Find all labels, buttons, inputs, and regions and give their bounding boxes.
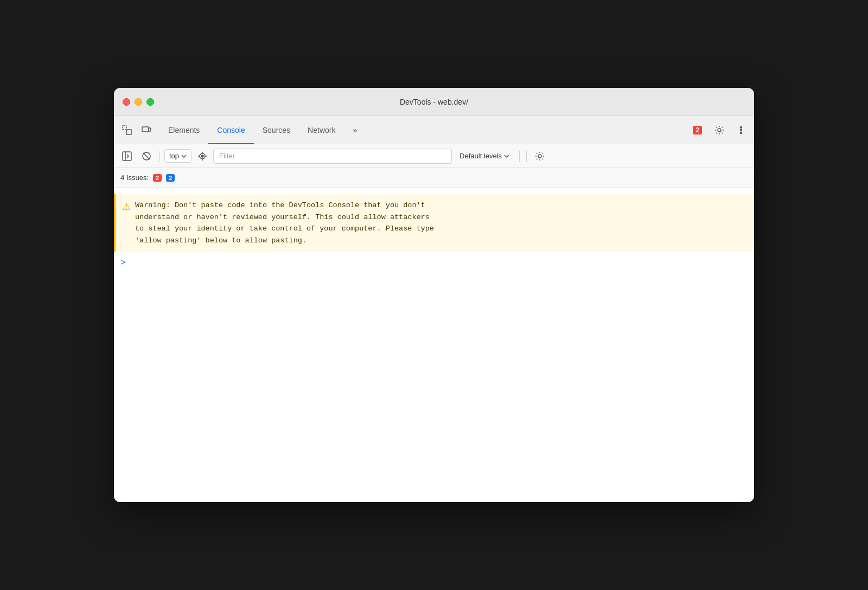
console-prompt[interactable]: > (114, 254, 754, 272)
warn-icon: 2 (153, 174, 162, 182)
svg-point-17 (538, 155, 541, 158)
divider-2 (519, 151, 520, 162)
tab-more[interactable]: » (344, 117, 366, 144)
devtools-window: DevTools - web.dev/ Elements (114, 88, 754, 502)
issues-badge[interactable]: 2 (688, 124, 706, 137)
tab-elements[interactable]: Elements (159, 117, 208, 144)
traffic-lights (123, 98, 154, 106)
window-title: DevTools - web.dev/ (400, 98, 468, 106)
default-levels-arrow-icon (504, 155, 509, 158)
live-expressions-button[interactable] (194, 148, 211, 165)
warning-message: ⚠ Warning: Don't paste code into the Dev… (114, 194, 754, 252)
issues-label: 4 Issues: (120, 174, 149, 182)
sidebar-toggle-button[interactable] (118, 148, 136, 165)
minimize-button[interactable] (135, 98, 142, 106)
filter-input[interactable] (213, 149, 452, 164)
svg-line-10 (143, 153, 150, 159)
console-settings-button[interactable] (531, 148, 548, 165)
device-toggle-icon[interactable] (138, 121, 155, 139)
inspect-element-icon[interactable] (118, 121, 136, 139)
svg-rect-0 (123, 126, 126, 130)
svg-rect-1 (142, 127, 149, 132)
warning-text: Warning: Don't paste code into the DevTo… (135, 200, 434, 246)
console-toolbar: top Default levels (114, 144, 754, 168)
svg-rect-7 (123, 152, 131, 161)
warn-count-badge[interactable]: 2 (153, 174, 162, 182)
info-count-badge[interactable]: 2 (166, 174, 175, 182)
svg-point-5 (741, 129, 742, 131)
default-levels-selector[interactable]: Default levels (454, 150, 515, 162)
dropdown-arrow-icon (181, 155, 187, 158)
more-options-icon[interactable] (732, 121, 750, 139)
divider-1 (159, 151, 160, 162)
svg-point-6 (741, 132, 742, 133)
tab-console[interactable]: Console (208, 117, 253, 144)
tabs-list: Elements Console Sources Network » (159, 116, 688, 144)
settings-icon[interactable] (711, 121, 728, 139)
tab-network[interactable]: Network (299, 117, 344, 144)
console-content: ⚠ Warning: Don't paste code into the Dev… (114, 188, 754, 502)
svg-point-4 (741, 126, 742, 128)
title-bar: DevTools - web.dev/ (114, 88, 754, 116)
tab-icons (118, 116, 155, 144)
issues-bar: 4 Issues: 2 2 (114, 168, 754, 188)
warning-icon: ⚠ (122, 201, 131, 246)
issues-warn-badge: 2 (693, 126, 702, 134)
tab-sources[interactable]: Sources (254, 117, 299, 144)
info-icon: 2 (166, 174, 175, 182)
svg-rect-2 (149, 128, 151, 131)
prompt-symbol: > (120, 258, 126, 268)
svg-point-3 (718, 129, 721, 132)
top-selector[interactable]: top (164, 149, 192, 163)
close-button[interactable] (123, 98, 130, 106)
clear-console-button[interactable] (138, 148, 155, 165)
tabs-bar: Elements Console Sources Network » 2 (114, 116, 754, 144)
divider-3 (526, 151, 527, 162)
tabs-right: 2 (688, 116, 750, 144)
maximize-button[interactable] (146, 98, 154, 106)
svg-point-12 (201, 155, 203, 157)
